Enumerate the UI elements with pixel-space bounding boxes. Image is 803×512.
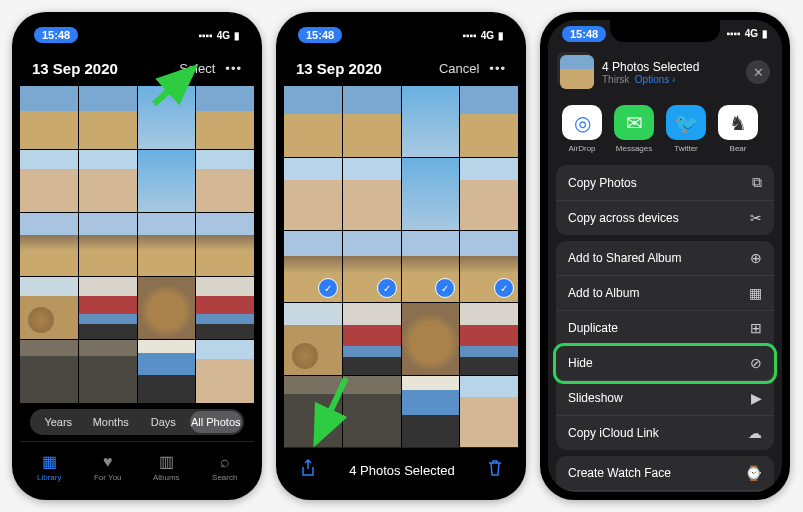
photo-thumbnail[interactable] <box>138 150 196 213</box>
share-app-twitter[interactable]: 🐦Twitter <box>664 105 708 153</box>
photo-thumbnail[interactable] <box>20 150 78 213</box>
action-copy-photos[interactable]: Copy Photos⧉ <box>556 165 774 201</box>
photo-thumbnail[interactable]: ✓ <box>343 231 401 302</box>
action-label: Copy iCloud Link <box>568 426 659 440</box>
photo-thumbnail[interactable] <box>196 340 254 403</box>
action-save-to-files[interactable]: Save to Files🗂 <box>556 491 774 492</box>
photo-thumbnail[interactable] <box>138 340 196 403</box>
cancel-button[interactable]: Cancel <box>439 61 479 76</box>
photo-thumbnail[interactable] <box>196 277 254 340</box>
network-label: 4G <box>745 28 758 39</box>
photo-thumbnail[interactable] <box>79 213 137 276</box>
tab-label: Albums <box>153 473 180 482</box>
photo-thumbnail[interactable] <box>20 277 78 340</box>
photo-thumbnail[interactable] <box>284 86 342 157</box>
action-slideshow[interactable]: Slideshow▶ <box>556 381 774 416</box>
more-button[interactable]: ••• <box>225 61 242 76</box>
action-copy-across-devices[interactable]: Copy across devices✂ <box>556 201 774 235</box>
photo-thumbnail[interactable] <box>402 376 460 447</box>
photo-thumbnail[interactable] <box>402 158 460 229</box>
action-hide[interactable]: Hide⊘ <box>556 346 774 381</box>
segment-years[interactable]: Years <box>32 411 85 433</box>
view-segments[interactable]: Years Months Days All Photos <box>30 409 244 435</box>
battery-icon: ▮ <box>498 30 504 41</box>
photo-thumbnail[interactable] <box>138 277 196 340</box>
action-add-shared-album[interactable]: Add to Shared Album⊕ <box>556 241 774 276</box>
albums-icon: ▥ <box>159 452 174 471</box>
app-label: Messages <box>616 144 652 153</box>
segment-months[interactable]: Months <box>85 411 138 433</box>
tab-albums[interactable]: ▥Albums <box>137 442 196 492</box>
action-label: Create Watch Face <box>568 466 671 480</box>
search-icon: ⌕ <box>220 453 230 471</box>
share-app-messages[interactable]: ✉Messages <box>612 105 656 153</box>
segment-all-photos[interactable]: All Photos <box>190 411 243 433</box>
share-app-airdrop[interactable]: ◎AirDrop <box>560 105 604 153</box>
selection-check-icon: ✓ <box>435 278 455 298</box>
action-label: Copy across devices <box>568 211 679 225</box>
action-label: Add to Shared Album <box>568 251 681 265</box>
action-duplicate[interactable]: Duplicate⊞ <box>556 311 774 346</box>
photo-thumbnail[interactable] <box>284 158 342 229</box>
photo-thumbnail[interactable] <box>20 86 78 149</box>
battery-icon: ▮ <box>762 28 768 39</box>
signal-icon: ▪▪▪▪ <box>726 28 740 39</box>
photo-thumbnail[interactable]: ✓ <box>460 231 518 302</box>
action-group: Create Watch Face⌚ Save to Files🗂 <box>556 456 774 492</box>
photo-thumbnail[interactable] <box>79 277 137 340</box>
twitter-icon: 🐦 <box>666 105 706 140</box>
photo-thumbnail[interactable] <box>460 86 518 157</box>
photo-thumbnail[interactable] <box>460 303 518 374</box>
selection-check-icon: ✓ <box>494 278 514 298</box>
photo-thumbnail[interactable] <box>138 213 196 276</box>
tab-search[interactable]: ⌕Search <box>196 442 255 492</box>
photo-thumbnail[interactable] <box>79 86 137 149</box>
trash-button[interactable] <box>488 460 502 480</box>
network-label: 4G <box>217 30 230 41</box>
tab-bar: ▦Library ♥For You ▥Albums ⌕Search <box>20 441 254 492</box>
cloud-icon: ☁ <box>748 425 762 441</box>
tab-library[interactable]: ▦Library <box>20 442 79 492</box>
photo-thumbnail[interactable] <box>20 340 78 403</box>
phone-frame-1: 15:48 ▪▪▪▪ 4G ▮ 13 Sep 2020 Select ••• <box>12 12 262 500</box>
selection-toolbar: 4 Photos Selected <box>284 447 518 492</box>
action-label: Duplicate <box>568 321 618 335</box>
photo-thumbnail[interactable]: ✓ <box>284 231 342 302</box>
action-create-watch-face[interactable]: Create Watch Face⌚ <box>556 456 774 491</box>
photo-thumbnail[interactable] <box>284 303 342 374</box>
more-button[interactable]: ••• <box>489 61 506 76</box>
airdrop-icon: ◎ <box>562 105 602 140</box>
phone-frame-2: 15:48 ▪▪▪▪ 4G ▮ 13 Sep 2020 Cancel ••• ✓… <box>276 12 526 500</box>
photo-thumbnail[interactable] <box>196 213 254 276</box>
photo-thumbnail[interactable] <box>79 150 137 213</box>
network-label: 4G <box>481 30 494 41</box>
close-button[interactable]: ✕ <box>746 60 770 84</box>
duplicate-icon: ⊞ <box>750 320 762 336</box>
selection-check-icon: ✓ <box>377 278 397 298</box>
segment-days[interactable]: Days <box>137 411 190 433</box>
photo-thumbnail[interactable] <box>196 150 254 213</box>
photo-thumbnail[interactable] <box>343 158 401 229</box>
photo-thumbnail[interactable] <box>79 340 137 403</box>
photo-grid[interactable] <box>20 86 254 403</box>
action-copy-icloud-link[interactable]: Copy iCloud Link☁ <box>556 416 774 450</box>
tab-label: Library <box>37 473 61 482</box>
share-apps-row[interactable]: ◎AirDrop ✉Messages 🐦Twitter ♞Bear <box>548 97 782 165</box>
photo-thumbnail[interactable] <box>343 86 401 157</box>
share-app-bear[interactable]: ♞Bear <box>716 105 760 153</box>
photo-thumbnail[interactable] <box>402 86 460 157</box>
photo-thumbnail[interactable] <box>460 376 518 447</box>
options-button[interactable]: Options › <box>635 74 676 85</box>
svg-line-0 <box>154 68 194 104</box>
share-button[interactable] <box>300 459 316 481</box>
status-right: ▪▪▪▪ 4G ▮ <box>198 30 240 41</box>
photo-thumbnail[interactable] <box>402 303 460 374</box>
photo-thumbnail[interactable]: ✓ <box>402 231 460 302</box>
share-actions-list: Copy Photos⧉ Copy across devices✂ Add to… <box>548 165 782 492</box>
photo-thumbnail[interactable] <box>460 158 518 229</box>
action-add-album[interactable]: Add to Album▦ <box>556 276 774 311</box>
notch <box>82 20 192 42</box>
photo-thumbnail[interactable] <box>343 303 401 374</box>
photo-thumbnail[interactable] <box>20 213 78 276</box>
tab-for-you[interactable]: ♥For You <box>79 442 138 492</box>
